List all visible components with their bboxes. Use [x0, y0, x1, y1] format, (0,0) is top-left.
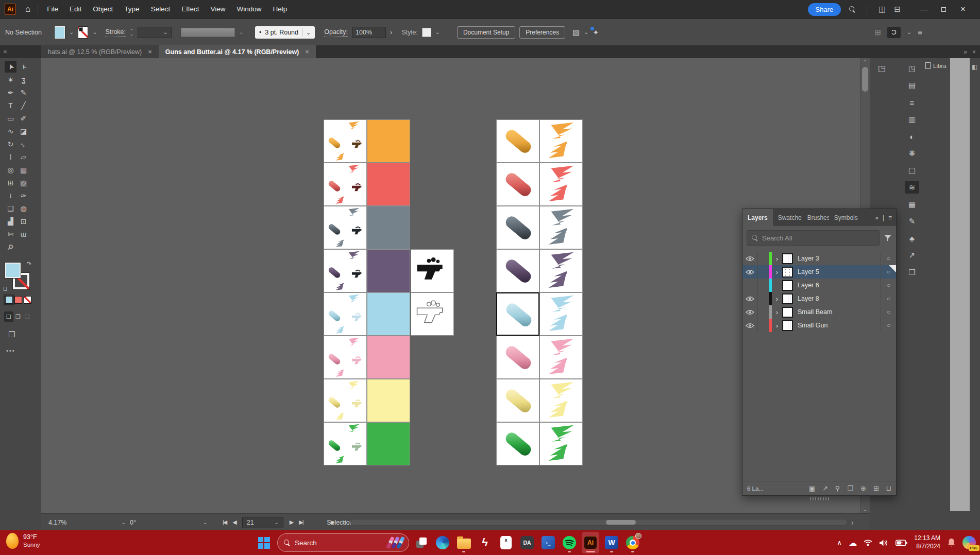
gradient-tool[interactable]: ▨: [18, 177, 29, 188]
panel-list-icon[interactable]: ≡: [918, 28, 922, 37]
mesh-tool[interactable]: ⊞: [5, 177, 16, 188]
llama-app-button[interactable]: ᴥ: [497, 532, 515, 553]
stroke-color-swatch[interactable]: [78, 26, 88, 39]
draw-behind-icon[interactable]: ❐: [13, 311, 23, 322]
previous-artboard-icon[interactable]: ◀: [232, 519, 235, 526]
panel-resize-gripper[interactable]: [810, 497, 830, 500]
color-swatch-cell[interactable]: [367, 336, 410, 379]
scribble-cell[interactable]: [539, 336, 583, 379]
color-swatch-cell[interactable]: [367, 206, 410, 249]
line-tool[interactable]: ╱: [18, 99, 29, 111]
3d-cube-icon[interactable]: ◳: [878, 63, 886, 73]
grid-icon[interactable]: ⊞: [874, 28, 881, 37]
powershell-button[interactable]: ›_: [539, 532, 557, 553]
draw-normal-icon[interactable]: ❏: [4, 311, 13, 322]
artboards-panel-icon[interactable]: ▢: [905, 164, 919, 177]
export-panel-icon[interactable]: ↗: [905, 249, 919, 262]
close-tab-icon[interactable]: ×: [305, 48, 309, 56]
layer-row[interactable]: › Layer 3 ○: [742, 252, 896, 265]
black-gun-cell[interactable]: [411, 249, 454, 292]
scroll-left-icon[interactable]: ‹: [343, 514, 345, 531]
expand-arrow-icon[interactable]: ›: [772, 308, 782, 316]
search-icon[interactable]: [849, 6, 855, 12]
target-circle-icon[interactable]: ○: [881, 305, 896, 319]
layer-thumbnail[interactable]: [782, 320, 793, 331]
scale-tool[interactable]: ↔: [18, 138, 29, 150]
home-icon[interactable]: ⌂: [21, 4, 35, 14]
gradient-mode-button[interactable]: [14, 296, 22, 304]
task-view-button[interactable]: [413, 532, 430, 553]
hand-tool[interactable]: ɯ: [18, 228, 29, 240]
panel-options-icon[interactable]: ◧: [972, 63, 977, 71]
visibility-eye-icon[interactable]: [742, 319, 758, 332]
illustrator-button[interactable]: Ai: [582, 532, 599, 553]
lasso-tool[interactable]: ʓ: [18, 74, 29, 85]
zoom-level-dropdown[interactable]: 4.17% ⌄: [48, 514, 126, 531]
layers-search-input[interactable]: Search All: [747, 230, 880, 246]
butter-scribble-gun-cell[interactable]: [324, 119, 367, 163]
scribble-cell[interactable]: [539, 206, 583, 249]
copilot-icon[interactable]: PRE: [962, 536, 976, 549]
weather-widget[interactable]: 93°F Sunny: [6, 533, 40, 549]
butter-cell[interactable]: [496, 336, 539, 379]
symbols-tool[interactable]: ❏: [5, 202, 16, 214]
target-circle-icon[interactable]: ○: [881, 292, 896, 305]
swap-fill-stroke-icon[interactable]: ↷: [27, 261, 31, 267]
rotate-tool[interactable]: ↻: [5, 138, 16, 150]
tab-overflow-icon[interactable]: »: [964, 48, 967, 56]
scroll-down-icon[interactable]: ⌄: [860, 507, 870, 512]
pen-tool[interactable]: ✒: [5, 86, 16, 98]
butter-cell[interactable]: [496, 163, 539, 206]
butter-cell[interactable]: [496, 249, 539, 292]
start-button[interactable]: [256, 532, 274, 553]
menu-item[interactable]: File: [41, 0, 64, 19]
symbol-sprayer-tool[interactable]: ◍: [18, 202, 29, 214]
menu-item[interactable]: Window: [231, 0, 267, 19]
butter-cell[interactable]: [496, 379, 539, 422]
document-layout-icon[interactable]: ⊟: [894, 5, 901, 14]
draw-inside-icon[interactable]: ❑: [23, 311, 32, 322]
menu-item[interactable]: Type: [119, 0, 145, 19]
new-layer-icon[interactable]: ⊞: [873, 484, 879, 492]
generative-sparkle-icon[interactable]: ✦: [593, 28, 599, 37]
tab-symbols[interactable]: Symbols: [829, 209, 858, 226]
horizontal-scrollbar[interactable]: [350, 519, 848, 526]
onedrive-icon[interactable]: ☁: [849, 538, 857, 548]
layer-row-selected[interactable]: › Layer 5 ○: [742, 265, 896, 279]
wifi-icon[interactable]: [864, 540, 872, 546]
butter-cell[interactable]: [496, 422, 539, 465]
panel-menu-icon[interactable]: ≡: [888, 214, 892, 221]
layer-thumbnail[interactable]: [782, 267, 793, 278]
eraser-tool[interactable]: ◪: [18, 125, 29, 137]
arrange-documents-icon[interactable]: ◫: [878, 5, 886, 14]
new-sublayer-icon[interactable]: ⊕: [860, 484, 866, 492]
eyedropper-tool[interactable]: ✑: [18, 189, 29, 201]
default-fill-stroke-icon[interactable]: ❏: [3, 286, 7, 291]
menu-item[interactable]: Object: [87, 0, 119, 19]
layer-row[interactable]: › Small Gun ○: [742, 319, 896, 332]
menu-item[interactable]: Select: [145, 0, 176, 19]
chrome-button[interactable]: [624, 532, 641, 553]
make-clipping-mask-icon[interactable]: ❐: [847, 484, 853, 492]
layers-panel-icon[interactable]: ≋: [905, 181, 919, 194]
scribble-cell[interactable]: [539, 119, 583, 163]
target-circle-icon[interactable]: ○: [881, 319, 896, 332]
butter-scribble-gun-cell[interactable]: [324, 422, 367, 465]
tab-bar-close-icon[interactable]: ×: [972, 48, 976, 56]
layer-row[interactable]: › Layer 8 ○: [742, 292, 896, 305]
scroll-up-icon[interactable]: ⌃: [860, 59, 870, 65]
delete-layer-icon[interactable]: ⊔: [886, 484, 891, 492]
expand-arrow-icon[interactable]: ›: [772, 255, 782, 263]
scroll-right-icon[interactable]: ›: [851, 514, 854, 531]
target-circle-icon[interactable]: ○: [881, 279, 896, 292]
minimize-button[interactable]: —: [914, 5, 934, 13]
layer-thumbnail[interactable]: [782, 293, 793, 304]
fill-color-swatch[interactable]: [55, 26, 65, 39]
locate-object-icon[interactable]: ⚲: [835, 484, 840, 492]
properties-panel-icon[interactable]: ≡: [905, 96, 919, 109]
layer-row[interactable]: Layer 6 ○: [742, 279, 896, 292]
libraries-collapsed-tab[interactable]: Libra: [925, 62, 947, 69]
layer-name[interactable]: Small Gun: [793, 322, 881, 329]
butter-cell[interactable]: [496, 119, 539, 163]
butter-scribble-gun-cell[interactable]: [324, 249, 367, 292]
